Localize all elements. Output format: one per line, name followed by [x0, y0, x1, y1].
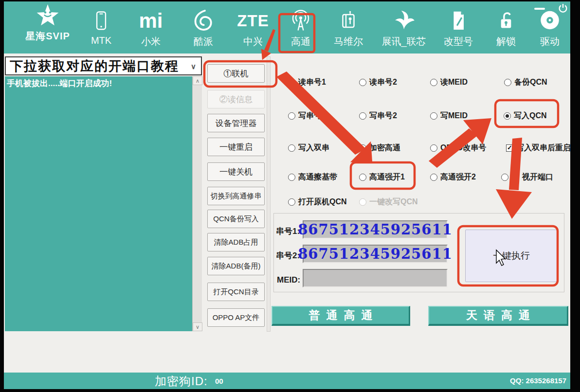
radio-icon: [359, 198, 366, 206]
scroll-down-icon[interactable]: ∨: [193, 322, 202, 331]
zte-logo-icon: ZTE: [237, 8, 269, 34]
whale-tail-icon: [391, 8, 417, 34]
radio-write-imei1[interactable]: 写串号1: [288, 111, 326, 121]
radio-force-open-1[interactable]: 高通强开1: [359, 172, 405, 182]
radio-read-meid[interactable]: 读MEID: [430, 77, 468, 88]
tab-change-model[interactable]: 改型号: [435, 8, 482, 48]
meid-field[interactable]: [303, 269, 448, 287]
tab-label: 解锁: [496, 35, 516, 48]
minimize-button[interactable]: [534, 8, 545, 10]
tab-label: 马维尔: [334, 35, 363, 48]
tab-label: 中兴: [243, 35, 263, 48]
power-icon: [558, 3, 568, 14]
shutdown-button[interactable]: 一键关机: [207, 162, 265, 181]
tab-qualcomm[interactable]: 高通: [277, 8, 324, 48]
tab-label: 高通: [291, 35, 310, 48]
phone-icon: [91, 8, 112, 34]
radio-icon: [288, 144, 295, 152]
status-bar: 加密狗ID: 00 QQ: 2635268157: [4, 373, 570, 389]
power-button[interactable]: [558, 3, 568, 16]
radio-erase-baseband[interactable]: 高通擦基带: [288, 172, 337, 182]
radio-icon: [504, 79, 511, 86]
tab-marvell[interactable]: 马维尔: [325, 8, 372, 48]
qcn-backup-write-button[interactable]: QCN备份写入: [207, 210, 265, 228]
clear-adb-backup-button[interactable]: 清除ADB(备用): [207, 257, 265, 275]
oppo-ap-file-button[interactable]: OPPO AP文件: [207, 308, 265, 327]
radio-icon: [430, 144, 437, 152]
log-panel: 手机被拔出.....端口开启成功! ∧ ∨: [5, 76, 202, 331]
meid-label: MEID:: [277, 275, 300, 285]
app-window: 星海SVIP MTK mi 小米 酷派: [0, 0, 580, 392]
reboot-button[interactable]: 一键重启: [207, 138, 265, 156]
tab-label: 展讯_联芯: [381, 35, 426, 48]
radio-write-imei2[interactable]: 写串号2: [359, 111, 397, 121]
qq-contact: QQ: 2635268157: [510, 376, 566, 385]
imei2-field[interactable]: 867512345925611: [303, 245, 448, 263]
execute-button[interactable]: 一键执行: [465, 230, 558, 282]
checkbox-reboot-after-dual[interactable]: ✓写入双串后重启: [506, 143, 571, 153]
tab-xiaomi[interactable]: mi 小米: [127, 8, 174, 48]
sidebar-brand: 星海SVIP: [18, 4, 77, 43]
tab-label: 改型号: [444, 35, 473, 48]
imei1-field[interactable]: 867512345925611: [303, 220, 448, 239]
radio-open-original-qcn[interactable]: 打开原机QCN: [288, 197, 347, 207]
normal-qualcomm-button[interactable]: 普通高通: [272, 306, 410, 326]
radio-encrypt-qualcomm[interactable]: 加密高通: [359, 143, 400, 153]
imei2-label: 串号2:: [276, 250, 300, 261]
radio-rewrite-qcn[interactable]: 一键改写QCN: [359, 197, 418, 207]
tab-label: 驱动: [540, 35, 560, 48]
clear-adb-button[interactable]: 清除ADB占用: [207, 233, 265, 251]
checkbox-icon: ✓: [506, 144, 513, 152]
tutorial-dropdown[interactable]: 下拉获取对应的开端口教程 ∨: [5, 56, 202, 75]
tab-mtk[interactable]: MTK: [78, 8, 125, 46]
connect-button[interactable]: ①联机: [207, 64, 265, 83]
radio-oppo-imei[interactable]: OPPO改串号: [430, 143, 486, 153]
radio-read-imei2[interactable]: 读串号2: [359, 77, 397, 88]
tab-label: 酷派: [194, 35, 213, 48]
switch-qualcomm-button[interactable]: 切换到高通修串: [207, 187, 265, 205]
panel-divider: [267, 56, 271, 332]
radio-open-port[interactable]: 视开端口: [501, 172, 553, 182]
document-pencil-icon: [448, 8, 469, 34]
shell-spiral-icon: [192, 8, 215, 34]
tianyu-qualcomm-button[interactable]: 天语高通: [428, 306, 568, 326]
radio-icon: [288, 79, 295, 86]
log-scrollbar[interactable]: ∧ ∨: [192, 76, 202, 331]
radio-backup-qcn[interactable]: 备份QCN: [504, 77, 547, 88]
tab-zte[interactable]: ZTE 中兴: [230, 8, 276, 48]
radio-force-open-2[interactable]: 高通强开2: [430, 172, 476, 182]
radio-icon: [288, 112, 295, 120]
scroll-up-icon[interactable]: ∧: [193, 76, 202, 85]
chevron-down-icon: ∨: [191, 62, 197, 71]
radio-write-qcn[interactable]: 写入QCN: [504, 111, 547, 121]
tab-spreadtrum[interactable]: 展讯_联芯: [373, 8, 435, 48]
tab-label: MTK: [91, 35, 111, 46]
device-book-icon: [337, 8, 360, 34]
radio-icon: [359, 79, 366, 86]
radio-write-dual-imei[interactable]: 写入双串: [288, 143, 329, 153]
antenna-tower-icon: [289, 8, 313, 34]
star-smiley-logo-icon: [33, 4, 62, 30]
imei1-label: 串号1:: [276, 226, 300, 237]
dongle-id-value: 00: [215, 377, 223, 385]
brand-label: 星海SVIP: [25, 30, 70, 43]
radio-read-imei1[interactable]: 读串号1: [288, 77, 326, 88]
radio-icon: [359, 144, 366, 152]
main-window: 星海SVIP MTK mi 小米 酷派: [4, 1, 570, 389]
open-padlock-icon: [495, 8, 517, 34]
radio-write-meid[interactable]: 写MEID: [430, 111, 468, 121]
open-qcn-dir-button[interactable]: 打开QCN目录: [207, 283, 265, 301]
tab-label: 小米: [141, 35, 161, 48]
dongle-id-label: 加密狗ID:: [155, 374, 208, 389]
radio-icon: [359, 112, 366, 120]
radio-icon: [359, 174, 366, 181]
radio-icon: [501, 174, 508, 181]
device-manager-button[interactable]: 设备管理器: [207, 114, 265, 132]
radio-icon: [430, 112, 437, 120]
tab-coolpad[interactable]: 酷派: [180, 8, 227, 48]
radio-icon: [288, 198, 295, 206]
read-info-button[interactable]: ②读信息: [207, 90, 265, 108]
tab-unlock[interactable]: 解锁: [483, 8, 529, 48]
radio-icon: [430, 79, 437, 86]
radio-icon: [288, 174, 295, 181]
